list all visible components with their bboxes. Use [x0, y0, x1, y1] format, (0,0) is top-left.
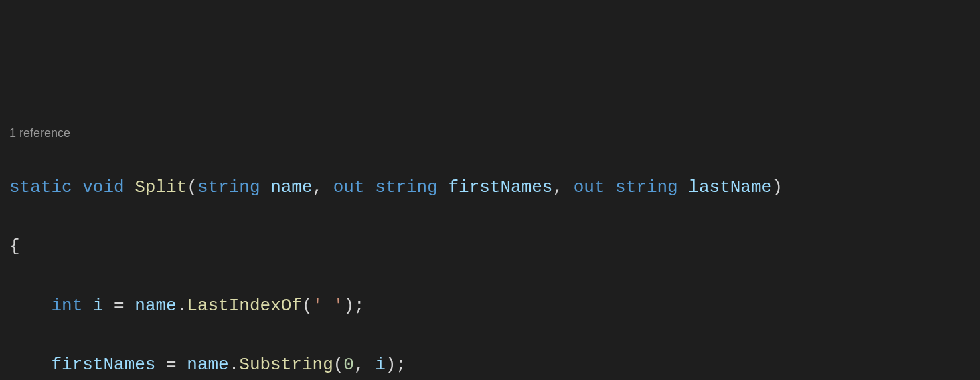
paren-close: ) [343, 296, 354, 316]
method-lastindexof: LastIndexOf [187, 296, 302, 316]
semicolon: ; [354, 296, 365, 316]
equals: = [166, 355, 177, 375]
method-substring: Substring [239, 355, 333, 375]
code-line[interactable]: { [9, 231, 980, 261]
keyword-out: out [574, 177, 605, 197]
var-i: i [93, 296, 104, 316]
type-int: int [51, 296, 82, 316]
comma: , [313, 177, 323, 197]
number-literal: 0 [343, 355, 354, 375]
param-lastname: lastName [688, 177, 772, 197]
comma: , [552, 177, 563, 197]
keyword-void: void [82, 177, 124, 197]
semicolon: ; [396, 355, 406, 375]
brace-open: { [9, 236, 20, 256]
string-literal: ' ' [313, 296, 344, 316]
paren-close: ) [386, 355, 396, 375]
dot: . [229, 355, 240, 375]
equals: = [114, 296, 125, 316]
var-name: name [187, 355, 228, 375]
var-firstnames: firstNames [51, 355, 155, 375]
dot: . [177, 296, 187, 316]
type-string: string [197, 177, 260, 197]
codelens-references[interactable]: 1 reference [9, 125, 980, 142]
var-name: name [135, 296, 176, 316]
code-line[interactable]: static void Split(string name, out strin… [9, 173, 980, 202]
method-name: Split [135, 177, 187, 197]
paren-open: ( [333, 355, 344, 375]
param-firstnames: firstNames [448, 177, 552, 197]
paren-open: ( [302, 296, 313, 316]
keyword-static: static [9, 177, 72, 197]
type-string: string [375, 177, 438, 197]
var-i: i [375, 355, 386, 375]
param-name: name [270, 177, 312, 197]
keyword-out: out [333, 177, 365, 197]
code-line[interactable]: firstNames = name.Substring(0, i); [9, 350, 980, 379]
type-string: string [615, 177, 678, 197]
comma: , [354, 355, 365, 375]
paren-open: ( [187, 177, 197, 197]
paren-close: ) [772, 177, 783, 197]
code-line[interactable]: int i = name.LastIndexOf(' '); [9, 291, 980, 320]
